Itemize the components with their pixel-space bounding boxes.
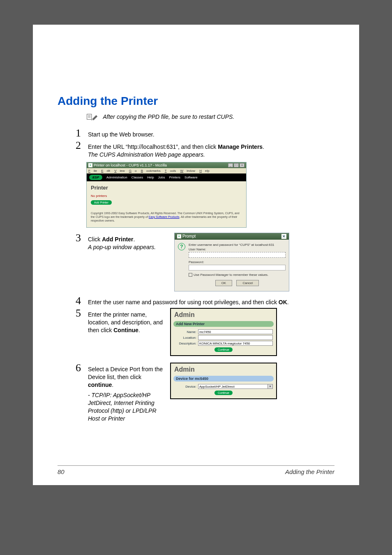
step-text-bold: Manage Printers <box>218 143 263 150</box>
question-icon: ? <box>178 243 185 250</box>
step-text-suffix: . <box>263 143 264 150</box>
remember-row: Use Password Manager to remember these v… <box>189 273 286 277</box>
menu-go[interactable]: Go <box>129 169 137 173</box>
close-icon[interactable]: ✕ <box>281 234 286 239</box>
continue-button[interactable]: Continue <box>214 391 233 395</box>
cups-heading: Printer <box>91 185 242 191</box>
step-text: Enter the user name and password for usi… <box>88 296 334 306</box>
continue-button[interactable]: Continue <box>214 347 233 352</box>
nav-administration[interactable]: Administration <box>106 176 127 179</box>
nav-classes[interactable]: Classes <box>131 176 143 179</box>
step-text-suffix: . <box>112 382 113 388</box>
ok-button[interactable]: OK <box>215 280 233 286</box>
name-label: Name: <box>174 330 198 334</box>
menu-help[interactable]: Help <box>199 169 209 173</box>
nav-printers[interactable]: Printers <box>169 176 181 179</box>
step-text-prefix: Select a Device Port from the Device lis… <box>88 366 163 380</box>
device-label: Device: <box>174 385 198 388</box>
section-bar: Add New Printer <box>173 321 274 327</box>
remember-label: Use Password Manager to remember these v… <box>194 273 268 277</box>
page-footer: 80 Adding the Printer <box>58 465 334 475</box>
prompt-titlebar: ▾ Prompt ✕ <box>175 233 289 240</box>
menu-edit[interactable]: Edit <box>101 169 110 173</box>
add-printer-button[interactable]: Add Printer <box>91 200 112 205</box>
section-bar: Device for mc5450 <box>173 376 274 382</box>
prompt-title: Prompt <box>182 234 196 238</box>
step-4: 4 Enter the user name and password for u… <box>76 296 334 306</box>
step-text-bold: Continue <box>113 327 138 333</box>
menu-tools[interactable]: Tools <box>165 169 176 173</box>
step-text-prefix: Enter the URL “http://localhost:631”, an… <box>88 143 218 150</box>
password-label: Password: <box>189 260 286 264</box>
prompt-body: ? Enter username and password for “CUPS”… <box>175 240 289 291</box>
step-5: 5 Enter the printer name, location, and … <box>76 308 334 361</box>
menu-file[interactable]: FFileile <box>88 169 97 173</box>
step-1: 1 Start up the Web browser. <box>76 128 334 139</box>
note-text: After copying the PPD file, be sure to r… <box>103 113 234 120</box>
admin-heading: Admin <box>171 363 276 374</box>
window-titlebar: ▾ Printer on localhost - CUPS v1.1.17 - … <box>87 162 246 168</box>
svg-rect-0 <box>87 114 92 119</box>
step-subtext: - TCP/IP: AppSocket/HP JetDirect, Intern… <box>88 391 166 423</box>
step-number: 1 <box>76 128 85 139</box>
admin-heading: Admin <box>171 309 276 319</box>
step-number: 3 <box>76 233 85 243</box>
step-subtext: A pop-up window appears. <box>88 244 156 250</box>
prompt-fields: Enter username and password for “CUPS” a… <box>189 243 286 288</box>
close-icon[interactable]: × <box>240 163 244 167</box>
maximize-icon[interactable]: □ <box>234 163 239 167</box>
admin-form: Name: mc7450 Location: Description: KONI… <box>171 328 276 355</box>
menu-bookmarks[interactable]: Bookmarks <box>141 169 161 173</box>
copy-link[interactable]: Easy Software Products <box>149 215 180 218</box>
step-text-prefix: Enter the user name and password for usi… <box>88 299 279 305</box>
screenshot-admin-add: Admin Add New Printer Name: mc7450 Locat… <box>170 308 334 361</box>
minimize-icon[interactable]: _ <box>228 163 233 167</box>
footer-title: Adding the Printer <box>285 468 334 475</box>
step-text: Start up the Web browser. <box>88 128 334 139</box>
step-number: 6 <box>76 363 85 373</box>
step-2: 2 Enter the URL “http://localhost:631”, … <box>76 140 334 159</box>
step-text: Select a Device Port from the Device lis… <box>88 363 170 422</box>
step-3: 3 Click Add Printer. A pop-up window app… <box>76 233 334 291</box>
prompt-message: Enter username and password for “CUPS” a… <box>189 243 286 247</box>
cups-body: Printer No printers Add Printer Copyrigh… <box>87 181 246 227</box>
remember-checkbox[interactable] <box>189 273 192 277</box>
copyright-text: Copyright 1993-2002 Easy Software Produc… <box>91 211 242 222</box>
name-input[interactable]: mc7450 <box>198 329 273 334</box>
step-text: Click Add Printer. A pop-up window appea… <box>88 233 170 251</box>
password-input[interactable] <box>189 265 286 271</box>
heading-adding-printer: Adding the Printer <box>58 95 334 108</box>
step-text-suffix: . <box>287 299 289 305</box>
nav-software[interactable]: Software <box>184 176 198 179</box>
location-label: Location: <box>174 336 198 340</box>
username-input[interactable] <box>189 252 286 258</box>
device-select[interactable]: AppSocket/HP JetDirect ▼ <box>198 384 273 389</box>
step-number: 2 <box>76 140 85 151</box>
admin-form: Device: AppSocket/HP JetDirect ▼ Continu… <box>171 383 276 398</box>
menu-view[interactable]: View <box>114 169 125 173</box>
description-input[interactable]: KONICA MINOLTA magicolor 7450 <box>198 341 273 346</box>
nav-jobs[interactable]: Jobs <box>158 176 165 179</box>
location-input[interactable] <box>198 335 273 340</box>
cups-navbar: ESP Administration Classes Help Jobs Pri… <box>87 173 246 181</box>
step-number: 5 <box>76 308 85 319</box>
browser-window: ▾ Printer on localhost - CUPS v1.1.17 - … <box>86 162 247 228</box>
chevron-down-icon[interactable]: ▼ <box>267 384 272 388</box>
cancel-button[interactable]: Cancel <box>236 280 259 286</box>
step-text-suffix: . <box>133 236 135 243</box>
username-label: User Name: <box>189 247 286 251</box>
page-number: 80 <box>58 468 65 475</box>
window-controls: _ □ × <box>228 163 244 167</box>
note-icon <box>86 113 99 120</box>
browser-menubar: FFileile Edit View Go Bookmarks Tools Wi… <box>87 168 246 173</box>
step-text: Enter the URL “http://localhost:631”, an… <box>88 140 334 159</box>
description-label: Description: <box>174 342 198 345</box>
window-icon: ▾ <box>177 234 181 238</box>
screenshot-cups-printers: ▾ Printer on localhost - CUPS v1.1.17 - … <box>86 162 334 228</box>
screenshot-prompt: ▾ Prompt ✕ ? Enter username and password… <box>170 233 334 291</box>
nav-help[interactable]: Help <box>147 176 154 179</box>
menu-window[interactable]: Window <box>180 169 195 173</box>
step-text-prefix: Click <box>88 236 102 243</box>
step-6: 6 Select a Device Port from the Device l… <box>76 363 334 422</box>
screenshot-admin-device: Admin Device for mc5450 Device: AppSocke… <box>170 363 334 404</box>
